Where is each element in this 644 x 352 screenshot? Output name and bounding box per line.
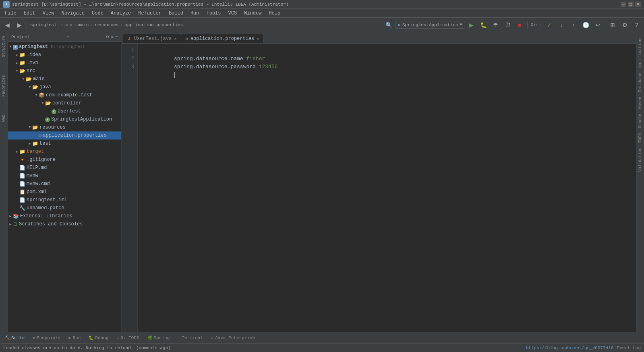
tree-arrow-java[interactable]: ▼ [27,85,32,89]
right-panel-todo[interactable]: TODO [637,131,643,145]
bottom-tab-build[interactable]: 🔨 Build [2,335,28,341]
status-url[interactable]: https://blog.csdn.net/qq_40977418 [526,346,614,350]
folder-icon-java: 📂 [32,84,38,90]
tree-arrow-mvn[interactable]: ▶ [14,61,19,65]
tab-close-appprops[interactable]: ✕ [257,36,259,41]
menu-code[interactable]: Code [89,10,107,17]
right-panel-validation[interactable]: Validation [637,145,643,174]
tree-item-mvnw[interactable]: 📄 mvnw [8,172,121,180]
bottom-tab-run[interactable]: ▶ Run [65,335,84,341]
bottom-tab-todo[interactable]: ✓ 6: TODO [113,335,142,341]
tree-item-main[interactable]: ▼ 📂 main [8,75,121,83]
menu-edit[interactable]: Edit [21,10,39,17]
tab-close-usertestjava[interactable]: ✕ [174,36,176,41]
menu-run[interactable]: Run [187,10,203,17]
tree-arrow-controller[interactable]: ▼ [40,101,45,105]
bottom-tab-java-enterprise[interactable]: ☕ Java Enterprise [208,335,258,341]
git-history-button[interactable]: 🕐 [580,19,591,31]
tree-arrow-src[interactable]: ▼ [14,69,19,73]
tree-arrow-springtest[interactable]: ▼ [8,45,13,49]
tab-usertestjava[interactable]: J UserTest.java ✕ [123,34,181,43]
close-button[interactable]: ✕ [635,2,641,7]
maximize-button[interactable]: □ [628,2,634,7]
editor-content[interactable]: 1 2 3 spring.datasource.name=fisher spri… [122,44,636,332]
tree-arrow-package[interactable]: ▼ [34,93,39,97]
debug-button[interactable]: 🐛 [478,19,489,31]
right-panel-maven[interactable]: Maven [637,94,643,111]
sidebar-close-icon[interactable]: − [115,34,118,40]
menu-build[interactable]: Build [166,10,186,17]
tree-arrow-test[interactable]: ▶ [27,142,32,146]
tree-item-springtest[interactable]: ▼ s springtest D:\springtest [8,43,121,51]
tab-appprops[interactable]: ⚙ application.properties ✕ [181,34,263,43]
help-button[interactable]: ? [631,19,642,31]
menu-vcs[interactable]: VCS [225,10,240,17]
terminal-button[interactable]: ⊞ [607,19,618,31]
tree-item-test[interactable]: ▶ 📁 test [8,140,121,148]
sidebar-controls[interactable]: ⚙ ⇅ − [106,34,118,40]
menu-file[interactable]: File [2,10,20,17]
tree-arrow-main[interactable]: ▼ [21,77,26,81]
tree-arrow-target[interactable]: ▶ [14,150,19,154]
menu-window[interactable]: Window [241,10,265,17]
git-checkmark-button[interactable]: ✓ [544,19,555,31]
tree-item-appprops[interactable]: ⚙ application.properties [8,131,121,140]
tree-item-scratches[interactable]: ▶ 🗒 Scratches and Consoles [8,220,121,228]
status-event-log[interactable]: Event Log [617,346,641,350]
tree-item-helpmd[interactable]: 📄 HELP.md [8,164,121,172]
tree-item-usertest[interactable]: C UserTest [8,107,121,115]
bottom-tab-terminal[interactable]: _ Terminal [174,335,206,341]
right-panel-gradle[interactable]: Gradle [637,111,643,131]
tree-item-pomxml[interactable]: 📋 pom.xml [8,188,121,196]
tree-item-ext-libs[interactable]: ▶ 📚 External Libraries [8,212,121,220]
tree-item-src[interactable]: ▼ 📂 src [8,67,121,75]
git-push-button[interactable]: ↑ [568,19,579,31]
menu-help[interactable]: Help [265,10,284,17]
tree-item-springtestiml[interactable]: 📄 springtest.iml [8,196,121,204]
back-button[interactable]: ◀ [2,19,13,31]
run-config-selector[interactable]: ▶ SpringtestApplication ▼ [395,21,465,29]
tree-arrow-scratches[interactable]: ▶ [8,222,13,227]
menu-view[interactable]: View [39,10,58,17]
right-panel-notifications[interactable]: Notifications [637,34,643,70]
forward-button[interactable]: ▶ [14,19,25,31]
tree-item-springtestapp[interactable]: ▶ SpringtestApplication [8,115,121,123]
bottom-tab-spring[interactable]: 🌿 Spring [144,335,173,341]
tree-item-controller[interactable]: ▼ 📂 controller [8,99,121,107]
tree-item-gitignore[interactable]: 🔸 .gitignore [8,156,121,164]
favorites-label[interactable]: Favorites [2,75,6,97]
coverage-button[interactable]: ☂ [490,19,501,31]
tree-arrow-idea[interactable]: ▶ [14,53,19,57]
stop-button[interactable]: ■ [514,19,526,31]
web-label[interactable]: Web [2,115,6,122]
tree-arrow-resources[interactable]: ▼ [27,125,32,129]
git-rollback-button[interactable]: ↩ [592,19,603,31]
sidebar-gear-icon[interactable]: ⚙ [106,34,109,40]
menu-navigate[interactable]: Navigate [58,10,88,17]
tree-item-java[interactable]: ▼ 📂 java [8,83,121,91]
code-area[interactable]: spring.datasource.name=fisher spring.dat… [138,44,636,332]
tree-item-unnamed-patch[interactable]: 🔧 unnamed.patch [8,204,121,212]
minimize-button[interactable]: ─ [621,2,626,7]
tree-item-package[interactable]: ▼ 📦 com.example.test [8,91,121,99]
menu-tools[interactable]: Tools [203,10,224,17]
run-button[interactable]: ▶ [466,19,477,31]
right-panel-database[interactable]: Database [637,70,643,94]
tree-item-mvn[interactable]: ▶ 📁 .mvn [8,59,121,67]
git-update-button[interactable]: ↓ [556,19,567,31]
menu-refactor[interactable]: Refactor [135,10,165,17]
bottom-tab-debug[interactable]: 🐛 Debug [85,335,112,341]
menu-analyze[interactable]: Analyze [108,10,134,17]
tree-item-idea[interactable]: ▶ 📁 .idea [8,51,121,59]
profile-button[interactable]: ⏱ [502,19,514,31]
title-bar-controls[interactable]: ─ □ ✕ [621,2,641,7]
settings-button[interactable]: ⚙ [619,19,630,31]
tree-arrow-ext-libs[interactable]: ▶ [8,214,13,219]
bottom-tab-endpoints[interactable]: ⊕ Endpoints [29,335,64,341]
structure-label[interactable]: Structure [2,35,6,57]
tree-item-mvnwcmd[interactable]: 📄 mvnw.cmd [8,180,121,188]
sidebar-expand-icon[interactable]: ⇅ [111,34,114,40]
search-everywhere-button[interactable]: 🔍 [383,19,394,31]
tree-item-resources[interactable]: ▼ 📂 resources [8,123,121,131]
tree-item-target[interactable]: ▶ 📁 target [8,148,121,156]
